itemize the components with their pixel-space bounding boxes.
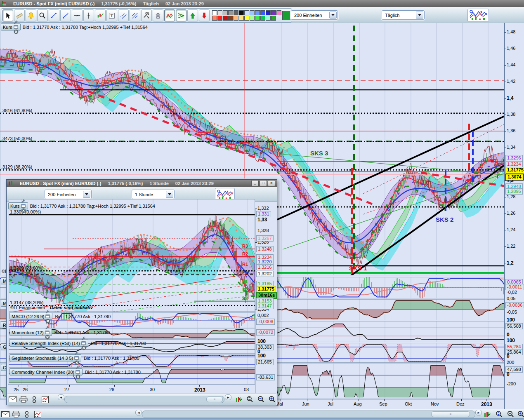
color-swatch[interactable]: [250, 16, 255, 21]
window-icon[interactable]: [21, 204, 26, 208]
chevron-down-icon[interactable]: [83, 191, 90, 198]
close-icon[interactable]: [14, 29, 19, 34]
color-swatch[interactable]: [223, 10, 228, 15]
trendline-tool-button[interactable]: [60, 9, 71, 21]
color-swatch[interactable]: [255, 10, 260, 15]
color-swatch[interactable]: [212, 16, 217, 21]
color-swatch[interactable]: [239, 10, 244, 15]
link-icon[interactable]: [21, 410, 32, 418]
wrench-icon[interactable]: [76, 365, 80, 370]
vertical-line-tool-button[interactable]: [83, 9, 94, 21]
inner-time-axis[interactable]: 2526272830201303: [8, 385, 255, 394]
momentum-header[interactable]: Momentum (12): [9, 329, 52, 336]
email-icon[interactable]: [7, 395, 18, 404]
chart-style-button[interactable]: [467, 9, 489, 22]
hourly-price-chart[interactable]: 1,3309 (0,00%)R3R2R11,3209 (23,60%)PivS1…: [9, 199, 255, 312]
zoom-vertical-icon[interactable]: [493, 410, 504, 418]
color-swatch[interactable]: [234, 10, 238, 15]
zoom-tool-button[interactable]: [37, 9, 48, 21]
buy-arrow-tool-button[interactable]: [187, 9, 198, 21]
inner-units-select[interactable]: 200 Einheiten: [45, 190, 92, 199]
macd-header[interactable]: MACD (12 26 9): [9, 313, 52, 320]
inner-chart-window[interactable]: EURUSD - Spot FX (mini) EUR/USD (-) 1,31…: [6, 179, 277, 405]
alarm-tool-button[interactable]: [26, 9, 36, 21]
wrench-icon[interactable]: [21, 199, 26, 204]
tools-settings-tool-button[interactable]: [141, 9, 152, 21]
maximize-button[interactable]: □: [260, 180, 267, 186]
wrench-icon[interactable]: [14, 20, 18, 25]
window-icon[interactable]: [74, 356, 79, 360]
color-swatch[interactable]: [255, 16, 260, 21]
window-icon[interactable]: [45, 330, 50, 335]
color-swatch[interactable]: [276, 10, 281, 15]
color-swatch[interactable]: [217, 10, 222, 15]
stoch-header[interactable]: Geglätteter Stochastik (14 3 5): [9, 354, 81, 361]
horizontal-line-tool-button[interactable]: [72, 9, 83, 21]
scroll-left-button[interactable]: ◄: [58, 394, 64, 400]
print-icon[interactable]: [18, 395, 29, 404]
window-icon[interactable]: [81, 341, 86, 345]
wrench-icon[interactable]: [81, 336, 86, 341]
email-icon[interactable]: [0, 410, 11, 418]
chevron-down-icon[interactable]: [416, 12, 423, 19]
zoom-out-icon[interactable]: [505, 410, 516, 418]
inner-timeframe-select[interactable]: 1 Stunde: [132, 190, 175, 199]
color-swatch[interactable]: [217, 16, 222, 21]
text-tool-button[interactable]: T: [106, 9, 117, 21]
cci-header[interactable]: Commodity Channel Index (20): [9, 368, 83, 375]
minimize-button[interactable]: _: [251, 180, 259, 186]
chevron-down-icon[interactable]: [166, 191, 173, 198]
export-image-icon[interactable]: [40, 395, 50, 404]
zoom-in-icon[interactable]: [267, 395, 277, 404]
inner-price-axis[interactable]: 1,3321,331,3281,3261,3141,3311,32671,324…: [255, 209, 277, 393]
outer-window-titlebar[interactable]: EURUSD - Spot FX (mini) EUR/USD (-) 1,31…: [0, 0, 524, 7]
outer-units-select[interactable]: 200 Einheiten: [291, 10, 338, 20]
chevron-down-icon[interactable]: [329, 12, 337, 19]
delete-tool-button[interactable]: [153, 9, 163, 21]
scroll-right-button[interactable]: ►: [475, 410, 482, 415]
zoom-out-icon[interactable]: [255, 395, 266, 404]
close-icon[interactable]: [81, 345, 86, 350]
window-icon[interactable]: [76, 370, 80, 374]
sell-arrow-tool-button[interactable]: [199, 9, 210, 21]
outer-scrollbar[interactable]: ≡: [142, 411, 475, 418]
wrench-icon[interactable]: [45, 310, 50, 314]
window-icon[interactable]: [14, 25, 18, 29]
window-icon[interactable]: [45, 314, 50, 319]
scroll-right-button[interactable]: ►: [225, 394, 231, 400]
rsi-header[interactable]: Relative Strength Index (RSI) (14): [9, 340, 88, 347]
cursor-tool-button[interactable]: [2, 9, 13, 21]
chart-settings-icon[interactable]: [482, 410, 493, 418]
candle-forecast-tool-button[interactable]: [95, 9, 106, 21]
color-swatch[interactable]: [223, 16, 228, 21]
close-icon[interactable]: [45, 319, 50, 324]
link-icon[interactable]: [29, 395, 40, 404]
color-swatch[interactable]: [244, 10, 249, 15]
fib-retracement-tool-button[interactable]: [49, 9, 59, 21]
color-swatch[interactable]: [228, 10, 233, 15]
color-swatch[interactable]: [266, 16, 271, 21]
color-swatch[interactable]: [239, 16, 244, 21]
outer-timeframe-select[interactable]: Täglich: [382, 10, 425, 20]
color-swatch[interactable]: [260, 10, 265, 15]
pattern-zigzag-tool-button[interactable]: [164, 9, 175, 21]
close-icon[interactable]: [45, 335, 50, 340]
close-icon[interactable]: [21, 208, 26, 213]
kurs-tab[interactable]: Kurs: [1, 23, 21, 31]
close-icon[interactable]: [76, 374, 80, 379]
color-swatch[interactable]: [228, 16, 233, 21]
color-swatch[interactable]: [271, 16, 276, 21]
pattern-triangle-tool-button[interactable]: [176, 9, 186, 21]
color-swatch[interactable]: [212, 10, 217, 15]
outer-scroll-thumb[interactable]: ≡: [431, 411, 470, 417]
wrench-icon[interactable]: [45, 326, 50, 330]
color-swatch[interactable]: [271, 10, 276, 15]
color-swatch[interactable]: [234, 16, 238, 21]
color-swatch[interactable]: [260, 16, 265, 21]
inner-window-titlebar[interactable]: EURUSD - Spot FX (mini) EUR/USD (-) 1,31…: [7, 180, 277, 187]
scroll-left-button[interactable]: ◄: [135, 410, 142, 415]
color-swatch-current[interactable]: [282, 11, 290, 20]
color-swatch[interactable]: [266, 10, 271, 15]
color-swatch[interactable]: [244, 16, 249, 21]
close-icon[interactable]: [74, 360, 79, 365]
